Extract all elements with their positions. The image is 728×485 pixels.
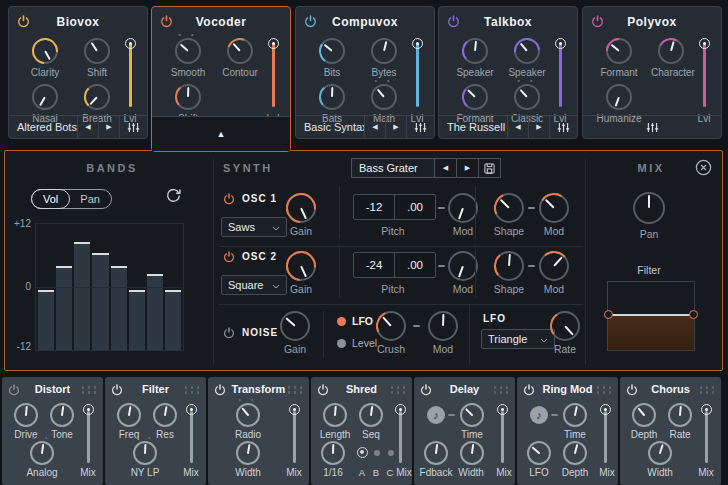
osc2-pitch-cents[interactable]: .00 [394,253,435,277]
mix-slider-thumb[interactable] [186,404,197,415]
band-bar[interactable] [92,253,108,350]
osc1-power-icon[interactable] [223,191,236,204]
nasal-knob[interactable] [32,84,58,110]
mixer-icon[interactable] [549,116,577,138]
prev-preset-button[interactable]: ◀ [507,116,528,138]
freq-knob[interactable] [117,403,141,427]
speaker-knob-2[interactable] [514,38,540,64]
radio-knob[interactable] [236,403,260,427]
drag-handle-icon[interactable] [286,385,303,394]
effect-module-distort[interactable]: Distort Drive Tone • • Analog Mix [2,377,103,485]
filter-line[interactable] [608,314,694,316]
band-bar[interactable] [56,266,72,350]
mix-slider-thumb[interactable] [395,404,406,415]
osc2-pitch-semitones[interactable]: -24 [354,253,394,277]
osc1-gain-knob[interactable] [286,193,316,223]
analog-knob[interactable] [30,441,54,465]
effect-module-ring-mod[interactable]: Ring Mod ♪ Time LFO Depth Mix [517,377,618,485]
osc2-pitch-mod-knob[interactable] [448,251,478,281]
osc1-pitch-box[interactable]: -12 .00 [353,194,436,220]
filter-display[interactable] [607,281,695,351]
osc1-pitch-cents[interactable]: .00 [394,195,435,219]
drag-handle-icon[interactable] [492,385,509,394]
level-slider-track[interactable] [703,43,706,107]
drag-handle-icon[interactable] [595,385,612,394]
level-slider-track[interactable] [129,43,132,107]
osc2-shape-knob[interactable] [494,251,524,281]
rate-division-knob[interactable] [321,441,345,465]
breath-knob[interactable] [84,84,110,110]
effect-module-filter[interactable]: Filter Freq Res • • NY LP Mix [105,377,206,485]
module-card-polyvox[interactable]: Polyvox Formant Character Humanize Lvl [582,6,722,139]
preset-name[interactable]: Bass Grater [351,158,435,178]
module-card-talkbox[interactable]: Talkbox Speaker Speaker • • Formant Clas… [438,6,578,139]
next-preset-button[interactable]: ▶ [98,116,119,138]
osc1-shape-mod-knob[interactable] [539,193,569,223]
level-radio[interactable] [337,339,346,348]
classic-knob[interactable] [514,84,540,110]
module-card-vocoder[interactable]: Vocoder • • Smooth Contour Shift Lvl ▲ [151,6,291,152]
module-card-biovox[interactable]: Biovox Clarity Shift Nasal Breath Lvl Al… [8,6,148,139]
formant-knob[interactable] [606,38,632,64]
lfo-rate-knob[interactable] [550,311,580,341]
osc2-power-icon[interactable] [223,249,236,262]
noise-gain-knob[interactable] [280,311,310,341]
effect-module-transform[interactable]: Transform • • Radio Width Mix [208,377,309,485]
time-knob[interactable] [460,403,484,427]
crush-knob[interactable] [376,311,406,341]
prev-preset-button[interactable]: ◀ [364,116,385,138]
bytes-knob[interactable] [371,38,397,64]
synth-preset-selector[interactable]: Bass Grater ◀ ▶ [351,158,501,178]
level-slider-thumb[interactable] [699,38,710,49]
level-slider-track[interactable] [272,43,275,107]
mix-slider-thumb[interactable] [83,404,94,415]
preset-name[interactable]: Altered Bots [9,121,77,133]
level-slider-thumb[interactable] [125,38,136,49]
formant-knob[interactable] [462,84,488,110]
level-slider-thumb[interactable] [412,38,423,49]
depth-knob[interactable] [563,441,587,465]
seq-knob[interactable] [359,403,383,427]
band-bar[interactable] [38,290,54,350]
next-preset-button[interactable]: ▶ [385,116,406,138]
level-slider-track[interactable] [416,43,419,107]
preset-name[interactable]: The Russell [439,121,507,133]
width-knob[interactable] [460,441,484,465]
effect-module-delay[interactable]: Delay ♪ Time Fdback Width Mix [414,377,515,485]
mix-slider-track[interactable] [399,411,402,463]
effect-module-chorus[interactable]: Chorus Depth Rate Width Mix [620,377,721,485]
tone-knob[interactable] [50,403,74,427]
res-knob[interactable] [153,403,177,427]
bats-knob[interactable] [319,84,345,110]
clarity-knob[interactable] [32,38,58,64]
time-knob[interactable] [563,403,587,427]
level-slider-track[interactable] [559,43,562,107]
math-knob[interactable] [371,84,397,110]
bits-knob[interactable] [319,38,345,64]
osc2-shape-mod-knob[interactable] [539,251,569,281]
depth-knob[interactable] [632,403,656,427]
bands-bar-chart[interactable] [35,223,184,351]
width-knob[interactable] [236,441,260,465]
reset-icon[interactable] [165,187,182,208]
humanize-knob[interactable] [606,84,632,110]
shift-knob[interactable] [175,84,201,110]
character-knob[interactable] [658,38,684,64]
vol-toggle-option[interactable]: Vol [31,189,70,209]
next-preset-button[interactable]: ▶ [528,116,549,138]
band-bar[interactable] [147,274,163,350]
drag-handle-icon[interactable] [698,385,715,394]
osc2-pitch-box[interactable]: -24 .00 [353,252,436,278]
save-preset-icon[interactable] [479,158,501,178]
tempo-sync-note-icon[interactable]: ♪ [530,406,548,424]
seq-a-radio[interactable] [357,447,368,458]
filter-high-handle[interactable] [689,310,698,319]
length-knob[interactable] [323,403,347,427]
effect-module-shred[interactable]: Shred Length Seq 1/16 A B C Mix [311,377,412,485]
drag-handle-icon[interactable] [389,385,406,394]
mix-slider-thumb[interactable] [701,404,712,415]
level-slider-thumb[interactable] [555,38,566,49]
mixer-icon[interactable] [119,116,147,138]
osc1-pitch-semitones[interactable]: -12 [354,195,394,219]
osc1-pitch-mod-knob[interactable] [448,193,478,223]
